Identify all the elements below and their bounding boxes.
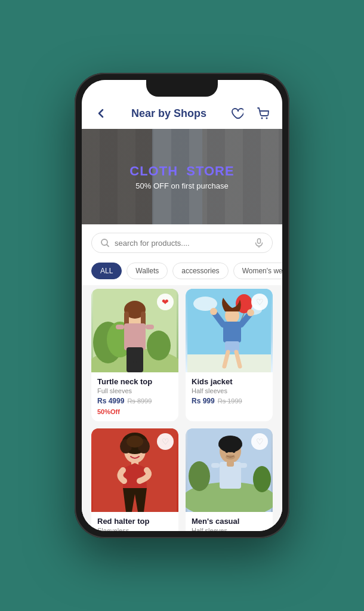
product-desc-kids-jacket: Half sleeves: [192, 387, 267, 394]
wishlist-button-mens[interactable]: ♡: [251, 433, 268, 450]
phone-screen: Near by Shops: [82, 80, 282, 531]
banner-subtitle: 50% OFF on first purchase: [129, 181, 234, 190]
wishlist-icon[interactable]: [227, 104, 246, 123]
price-current-turtleneck: Rs 4999: [97, 397, 124, 405]
search-container: [82, 224, 282, 259]
product-name-red-top: Red halter top: [97, 517, 172, 526]
search-icon: [100, 238, 110, 248]
phone-outer: Near by Shops: [75, 73, 289, 538]
price-original-kids-jacket: Rs 1999: [218, 397, 242, 405]
product-info-kids-jacket: Kids jacket Half sleeves Rs 999 Rs 1999: [186, 372, 273, 411]
svg-point-50: [226, 449, 229, 453]
svg-rect-18: [128, 360, 134, 372]
svg-point-0: [261, 118, 263, 119]
products-grid: ❤ Turtle neck top Full sleeves Rs 4999 R…: [82, 285, 282, 531]
product-info-red-top: Red halter top Sleeveless Rs 1299 Rs 249…: [91, 512, 178, 531]
svg-rect-19: [136, 360, 142, 372]
svg-point-1: [266, 118, 267, 119]
product-desc-red-top: Sleeveless: [97, 527, 172, 531]
banner-title: CLOTH STORE: [129, 163, 234, 179]
price-off-turtleneck: 50%Off: [97, 408, 120, 415]
product-info-turtleneck: Turtle neck top Full sleeves Rs 4999 Rs …: [91, 372, 178, 421]
product-name-turtleneck: Turtle neck top: [97, 377, 172, 386]
svg-rect-16: [146, 325, 154, 329]
svg-rect-47: [227, 461, 234, 467]
svg-rect-15: [116, 325, 124, 329]
back-button[interactable]: [91, 104, 110, 123]
cart-icon[interactable]: [254, 104, 273, 123]
price-original-turtleneck: Rs 8999: [127, 397, 152, 405]
filter-chip-womens-wear[interactable]: Women's wear: [233, 263, 282, 279]
svg-point-42: [189, 461, 210, 491]
svg-rect-49: [239, 463, 247, 468]
svg-rect-3: [258, 239, 261, 243]
product-price-turtleneck: Rs 4999 Rs 8999 50%Off: [97, 397, 172, 415]
wishlist-button-turtleneck[interactable]: ❤: [157, 294, 174, 310]
wishlist-button-red-top[interactable]: ♡: [157, 433, 174, 450]
svg-point-43: [253, 466, 271, 492]
product-name-mens: Men's casual: [192, 517, 267, 526]
banner-title-plain: CLOTH: [129, 163, 178, 178]
wishlist-button-kids-jacket[interactable]: ♡: [251, 294, 268, 310]
svg-point-38: [129, 450, 132, 453]
promo-banner[interactable]: CLOTH STORE 50% OFF on first purchase: [82, 129, 282, 224]
svg-point-39: [138, 450, 141, 453]
filter-chips: ALL Wallets accessories Women's wear Kid…: [82, 259, 282, 285]
svg-point-28: [210, 308, 217, 315]
product-price-kids-jacket: Rs 999 Rs 1999: [192, 397, 267, 405]
product-desc-mens: Half sleeves: [192, 527, 267, 531]
phone-notch: [146, 80, 218, 97]
search-bar: [91, 233, 273, 253]
svg-point-52: [226, 455, 235, 459]
svg-point-9: [147, 331, 171, 360]
product-info-mens: Men's casual Half sleeves Rs 799 Rs 1499: [186, 512, 273, 531]
svg-point-29: [247, 309, 254, 316]
phone-frame: Near by Shops: [0, 0, 364, 611]
svg-point-51: [233, 449, 236, 453]
microphone-icon[interactable]: [254, 238, 264, 248]
banner-text: CLOTH STORE 50% OFF on first purchase: [129, 163, 234, 190]
svg-rect-14: [124, 323, 146, 350]
product-card-red-top[interactable]: ♡ Red halter top Sleeveless Rs 1299 Rs 2…: [91, 428, 178, 531]
price-current-kids-jacket: Rs 999: [192, 397, 215, 405]
filter-chip-accessories[interactable]: accessories: [172, 263, 228, 279]
svg-rect-21: [187, 354, 271, 372]
product-name-kids-jacket: Kids jacket: [192, 377, 267, 386]
svg-rect-48: [211, 463, 220, 468]
search-input[interactable]: [115, 239, 249, 248]
product-desc-turtleneck: Full sleeves: [97, 387, 172, 394]
banner-title-colored: STORE: [186, 163, 234, 178]
header-icons: [227, 104, 273, 123]
product-card-turtleneck[interactable]: ❤ Turtle neck top Full sleeves Rs 4999 R…: [91, 289, 178, 421]
filter-chip-wallets[interactable]: Wallets: [127, 263, 168, 279]
svg-point-36: [127, 436, 143, 448]
product-card-kids-jacket[interactable]: ♡ Kids jacket Half sleeves Rs 999 Rs 199…: [186, 289, 273, 421]
filter-chip-all[interactable]: ALL: [91, 263, 122, 279]
page-title: Near by Shops: [131, 107, 206, 120]
product-card-mens[interactable]: ♡ Men's casual Half sleeves Rs 799 Rs 14…: [186, 428, 273, 531]
screen-content[interactable]: Near by Shops: [82, 80, 282, 531]
